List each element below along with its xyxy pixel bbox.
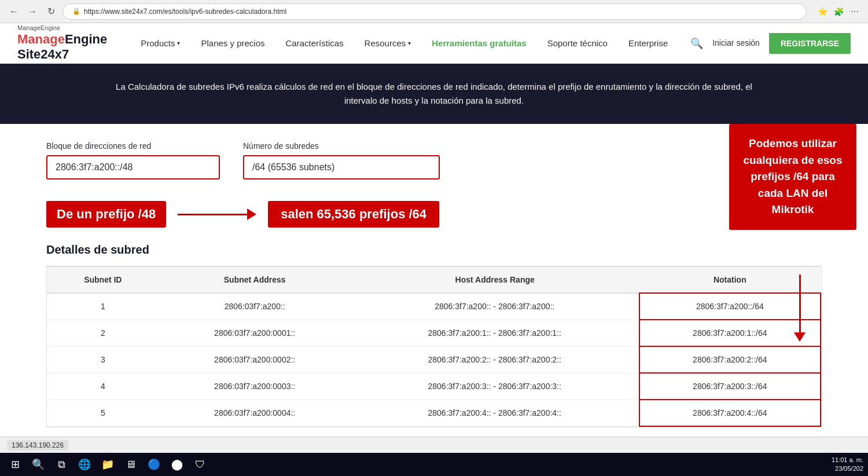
table-body: 12806:03f7:a200::2806:3f7:a200:: - 2806:… <box>47 293 821 426</box>
nav-products[interactable]: Products ▾ <box>130 23 190 64</box>
subnets-form-group: Número de subredes <box>243 141 440 180</box>
browser-chrome: ← → ↻ 🔒 https://www.site24x7.com/es/tool… <box>0 0 868 23</box>
arrow-line <box>799 274 801 332</box>
search-icon[interactable]: 🔍 <box>690 37 703 50</box>
forward-button[interactable]: → <box>25 5 39 19</box>
search-taskbar-icon[interactable]: 🔍 <box>28 454 49 475</box>
col-subnet-address: Subnet Address <box>159 267 351 294</box>
main-content: Podemos utilizar cualquiera de esos pref… <box>0 124 868 445</box>
cell-subnet-address: 2806:03f7:a200:0003:: <box>159 373 351 400</box>
subnets-label: Número de subredes <box>243 141 440 151</box>
taskbar-clock: 11:01 a. m. 23/05/202 <box>832 456 863 474</box>
cell-host-range: 2806:3f7:a200:2:: - 2806:3f7:a200:2:: <box>351 346 639 373</box>
col-subnet-id: Subnet ID <box>47 267 159 294</box>
clock-time: 11:01 a. m. <box>832 456 863 464</box>
nav-caracteristicas[interactable]: Características <box>275 23 354 64</box>
logo-engine: Engine <box>65 32 107 46</box>
annotation-arrow <box>178 208 256 220</box>
login-button[interactable]: Iniciar sesión <box>712 38 760 48</box>
logo-manage: Manage <box>17 32 65 46</box>
col-notation: Notation <box>639 267 821 294</box>
cell-host-range: 2806:3f7:a200:4:: - 2806:3f7:a200:4:: <box>351 400 639 426</box>
bookmark-icon[interactable]: ⭐ <box>816 5 829 18</box>
cell-notation: 2806:3f7:a200:2::/64 <box>639 346 821 373</box>
back-button[interactable]: ← <box>7 5 21 19</box>
clock-date: 23/05/202 <box>832 464 863 473</box>
down-arrow <box>794 274 806 342</box>
cell-subnet-id: 4 <box>47 373 159 400</box>
status-bar: 136.143.190.226 <box>0 437 868 453</box>
cell-subnet-address: 2806:03f7:a200:0001:: <box>159 320 351 346</box>
nav-resources[interactable]: Resources ▾ <box>354 23 422 64</box>
refresh-button[interactable]: ↻ <box>44 5 58 19</box>
taskbar: ⊞ 🔍 ⧉ 🌐 📁 🖥 🔵 ⬤ 🛡 11:01 a. m. 23/05/202 <box>0 453 868 476</box>
nav-planes[interactable]: Planes y precios <box>190 23 275 64</box>
table-row: 32806:03f7:a200:0002::2806:3f7:a200:2:: … <box>47 346 821 373</box>
table-row: 12806:03f7:a200::2806:3f7:a200:: - 2806:… <box>47 293 821 320</box>
cell-subnet-id: 3 <box>47 346 159 373</box>
navbar: ManageEngine ManageEngine Site24x7 Produ… <box>0 23 868 64</box>
menu-icon[interactable]: ⋯ <box>848 5 861 18</box>
nav-items: Products ▾ Planes y precios Característi… <box>130 23 690 64</box>
browser-toolbar-icons: ⭐ 🧩 ⋯ <box>816 5 861 18</box>
table-title: Detalles de subred <box>46 243 822 257</box>
nav-herramientas[interactable]: Herramientas gratuitas <box>421 23 536 64</box>
annotation-left-box: De un prefijo /48 <box>46 201 166 228</box>
col-host-range: Host Address Range <box>351 267 639 294</box>
hero-text: La Calculadora de subredes IPv6 realiza … <box>116 80 752 108</box>
table-row: 42806:03f7:a200:0003::2806:3f7:a200:3:: … <box>47 373 821 400</box>
block-form-group: Bloque de direcciones de red <box>46 141 220 180</box>
arrowhead-icon <box>794 332 806 342</box>
subnet-table: Subnet ID Subnet Address Host Address Ra… <box>47 266 821 427</box>
cell-host-range: 2806:3f7:a200:: - 2806:3f7:a200:: <box>351 293 639 320</box>
table-row: 22806:03f7:a200:0001::2806:3f7:a200:1:: … <box>47 320 821 346</box>
address-bar[interactable]: 🔒 https://www.site24x7.com/es/tools/ipv6… <box>62 3 807 20</box>
products-chevron-icon: ▾ <box>177 40 180 46</box>
logo[interactable]: ManageEngine ManageEngine Site24x7 <box>17 24 107 63</box>
table-row: 52806:03f7:a200:0004::2806:3f7:a200:4:: … <box>47 400 821 426</box>
extensions-icon[interactable]: 🧩 <box>832 5 845 18</box>
edge-icon[interactable]: 🌐 <box>74 454 95 475</box>
subnets-input[interactable] <box>243 155 440 180</box>
windows-start-button[interactable]: ⊞ <box>5 454 25 475</box>
block-input[interactable] <box>46 155 220 180</box>
nav-enterprise[interactable]: Enterprise <box>618 23 678 64</box>
chrome-icon[interactable]: ⬤ <box>167 454 187 475</box>
cell-notation: 2806:3f7:a200:1::/64 <box>639 320 821 346</box>
url-text: https://www.site24x7.com/es/tools/ipv6-s… <box>84 8 286 16</box>
taskview-icon[interactable]: ⧉ <box>51 454 72 475</box>
arrow-line <box>178 214 247 215</box>
arrowhead-right-icon <box>247 208 256 220</box>
logo-top: ManageEngine <box>17 24 107 32</box>
browser2-icon[interactable]: 🔵 <box>144 454 164 475</box>
register-button[interactable]: REGISTRARSE <box>769 33 851 54</box>
hero-banner: La Calculadora de subredes IPv6 realiza … <box>0 64 868 124</box>
folder-icon[interactable]: 📁 <box>97 454 118 475</box>
cell-subnet-address: 2806:03f7:a200:0004:: <box>159 400 351 426</box>
cell-notation: 2806:3f7:a200:3::/64 <box>639 373 821 400</box>
logo-bottom: ManageEngine Site24x7 <box>17 32 107 63</box>
cell-subnet-id: 2 <box>47 320 159 346</box>
lock-icon: 🔒 <box>72 8 80 15</box>
resources-chevron-icon: ▾ <box>408 40 411 46</box>
cell-subnet-address: 2806:03f7:a200:: <box>159 293 351 320</box>
cell-subnet-id: 1 <box>47 293 159 320</box>
right-annotation-box: Podemos utilizar cualquiera de esos pref… <box>729 124 856 230</box>
table-section: Detalles de subred Subnet ID Subnet Addr… <box>46 243 822 427</box>
cell-subnet-id: 5 <box>47 400 159 426</box>
form-row: Bloque de direcciones de red Número de s… <box>46 141 822 180</box>
cell-notation: 2806:3f7:a200::/64 <box>639 293 821 320</box>
logo-site24x7: Site24x7 <box>17 47 69 61</box>
cell-host-range: 2806:3f7:a200:1:: - 2806:3f7:a200:1:: <box>351 320 639 346</box>
nav-soporte[interactable]: Soporte técnico <box>537 23 618 64</box>
annotation-center-box: salen 65,536 prefijos /64 <box>268 201 439 228</box>
shield-icon[interactable]: 🛡 <box>190 454 211 475</box>
block-label: Bloque de direcciones de red <box>46 141 220 151</box>
cell-host-range: 2806:3f7:a200:3:: - 2806:3f7:a200:3:: <box>351 373 639 400</box>
terminal-icon[interactable]: 🖥 <box>120 454 141 475</box>
annotation-area: De un prefijo /48 salen 65,536 prefijos … <box>46 191 822 237</box>
table-header: Subnet ID Subnet Address Host Address Ra… <box>47 267 821 294</box>
nav-right: 🔍 Iniciar sesión REGISTRARSE <box>690 33 851 54</box>
cell-notation: 2806:3f7:a200:4::/64 <box>639 400 821 426</box>
table-wrapper: Subnet ID Subnet Address Host Address Ra… <box>46 266 822 427</box>
